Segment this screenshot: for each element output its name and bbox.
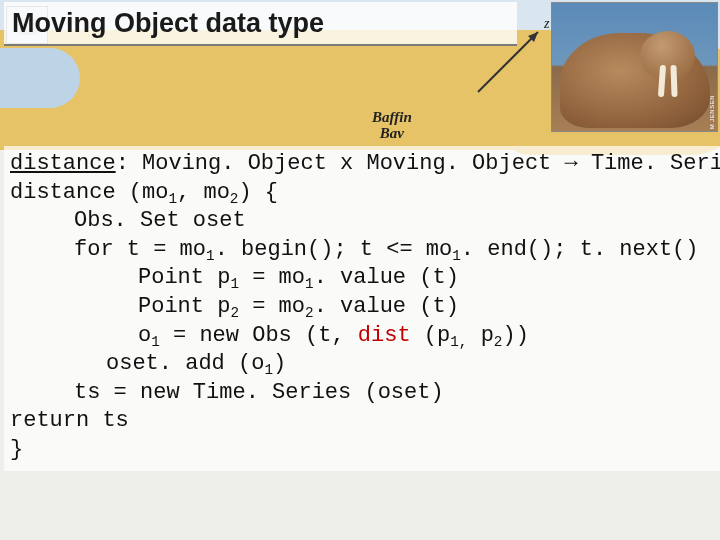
code-l7d: p	[467, 323, 493, 348]
code-sub: 1	[450, 334, 459, 350]
code-l6c: . value (t)	[314, 294, 459, 319]
code-block: distance: Moving. Object x Moving. Objec…	[4, 146, 720, 471]
walrus-tusk-2	[670, 65, 677, 97]
code-l7a: o	[138, 323, 151, 348]
map-label-line1: Baffin	[372, 109, 412, 125]
code-l7c: (p	[411, 323, 451, 348]
code-l7b: = new Obs (t,	[160, 323, 358, 348]
code-l5c: . value (t)	[314, 265, 459, 290]
code-l5b: = mo	[239, 265, 305, 290]
walrus-image: M JENSEN	[551, 2, 718, 132]
code-l4b: . begin(); t <= mo	[215, 237, 453, 262]
code-l11: }	[10, 437, 23, 462]
code-sig-name: distance	[10, 151, 116, 176]
walrus-head	[640, 31, 695, 81]
code-sub: 2	[230, 305, 239, 321]
walrus-credit: M JENSEN	[709, 95, 715, 129]
code-l7e: ))	[502, 323, 528, 348]
code-l5a: Point p	[138, 265, 230, 290]
code-l3: Obs. Set oset	[10, 207, 246, 236]
map-label-baffin: Baffin Bav	[372, 110, 412, 142]
code-sub: 1	[151, 334, 160, 350]
code-l8a: oset. add (o	[106, 351, 264, 376]
code-l7-kw: dist	[358, 323, 411, 348]
code-sub: 1	[305, 277, 314, 293]
map-label-line2: Bav	[380, 125, 404, 141]
code-l10: return ts	[10, 408, 129, 433]
code-l2b: , mo	[177, 180, 230, 205]
code-sub: 1	[452, 248, 461, 264]
code-l2a: distance (mo	[10, 180, 168, 205]
slide: Baffin Bav z Moving Object data type M J…	[0, 0, 720, 540]
title-bar: Moving Object data type	[4, 2, 517, 46]
code-sub: 1	[264, 363, 273, 379]
code-sub: 1	[168, 191, 177, 207]
code-sig-rest: : Moving. Object x Moving. Object → Time…	[116, 151, 720, 176]
code-l8b: )	[273, 351, 286, 376]
map-ocean-sliver	[0, 48, 80, 108]
page-title: Moving Object data type	[12, 8, 324, 39]
code-l4c: . end(); t. next()	[461, 237, 699, 262]
code-l4a: for t = mo	[74, 237, 206, 262]
code-l6b: = mo	[239, 294, 305, 319]
code-l2c: ) {	[238, 180, 278, 205]
code-sub: 1	[230, 277, 239, 293]
code-sub: 2	[305, 305, 314, 321]
code-sub: 1	[206, 248, 215, 264]
code-l6a: Point p	[138, 294, 230, 319]
code-l9: ts = new Time. Series (oset)	[10, 379, 444, 408]
